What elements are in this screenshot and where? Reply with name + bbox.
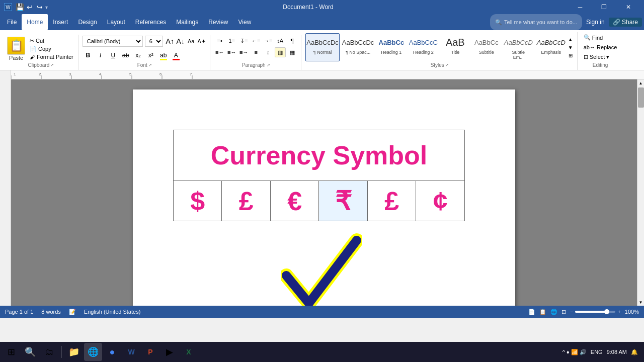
share-button[interactable]: 🔗 Share (609, 18, 642, 27)
paragraph-expand[interactable]: ↗ (267, 63, 270, 67)
align-center-button[interactable]: ≡↔ (226, 47, 237, 57)
vertical-scrollbar[interactable]: ▲ ▼ (637, 79, 644, 306)
increase-indent-button[interactable]: →≡ (263, 36, 274, 46)
replace-button[interactable]: ab↔ Replace (582, 43, 619, 51)
youtube-button[interactable]: ▶ (160, 343, 179, 361)
proofing-icon[interactable]: 📝 (69, 309, 76, 315)
clipboard-group: 📋 Paste ✂ Cut 📄 Copy 🖌 Format Painter (4, 35, 78, 70)
close-button[interactable]: ✕ (617, 0, 640, 14)
document-area[interactable]: Currency Symbol $ £ € ₹ £ ¢ (11, 79, 637, 306)
save-button[interactable]: 💾 (15, 3, 24, 12)
paste-area: 📋 Paste (7, 37, 25, 61)
font-color-button[interactable]: A (171, 50, 182, 61)
redo-button[interactable]: ↪ (35, 3, 44, 12)
paste-button[interactable]: 📋 (7, 37, 25, 55)
bold-button[interactable]: B (83, 50, 94, 61)
style-subtitle[interactable]: AaBbCc Subtitle (471, 33, 502, 61)
style-emphasis[interactable]: AaBbCcD Emphasis (535, 33, 567, 61)
sort-button[interactable]: ↕A (275, 36, 286, 46)
find-button[interactable]: 🔍 Find (582, 33, 619, 42)
bullets-button[interactable]: ≡• (214, 36, 225, 46)
multilevel-button[interactable]: ↧≡ (238, 36, 250, 46)
notes-view-button[interactable]: 📄 (528, 309, 535, 315)
focus-view-button[interactable]: ⊡ (561, 309, 566, 315)
tell-me-search[interactable]: 🔍 Tell me what you want to do... (490, 14, 582, 30)
font-size-select[interactable]: 60 (145, 36, 163, 47)
clear-format-button[interactable]: Aa (186, 36, 196, 46)
highlight-button[interactable]: ab (158, 50, 169, 61)
align-right-button[interactable]: ≡→ (238, 47, 250, 57)
show-para-button[interactable]: ¶ (287, 36, 298, 46)
menu-references[interactable]: References (130, 14, 171, 30)
qat-dropdown[interactable]: ▾ (45, 5, 48, 10)
strikethrough-button[interactable]: ab (120, 50, 131, 61)
web-layout-button[interactable]: 🌐 (550, 309, 557, 315)
menu-file[interactable]: File (2, 14, 22, 30)
menu-review[interactable]: Review (203, 14, 233, 30)
menu-design[interactable]: Design (73, 14, 102, 30)
scroll-down-button[interactable]: ▼ (637, 299, 645, 306)
zoom-level[interactable]: 100% (625, 309, 639, 315)
notification-button[interactable]: 🔔 (631, 349, 638, 355)
scroll-up-button[interactable]: ▲ (637, 79, 645, 86)
borders-button[interactable]: ▦ (287, 47, 298, 57)
word-taskbar-button[interactable]: W (122, 343, 140, 361)
style-heading2[interactable]: AaBbCcC Heading 2 (408, 33, 439, 61)
numbering-button[interactable]: 1≡ (226, 36, 237, 46)
menu-bar: File Home Insert Design Layout Reference… (0, 14, 644, 30)
superscript-button[interactable]: x² (145, 50, 156, 61)
styles-up-arrow[interactable]: ▲ (567, 36, 574, 43)
cut-button[interactable]: ✂ Cut (28, 37, 75, 45)
decrease-font-button[interactable]: A↓ (176, 36, 186, 46)
style-heading1[interactable]: AaBbCc Heading 1 (376, 33, 407, 61)
language-indicator[interactable]: English (United States) (84, 309, 141, 315)
align-left-button[interactable]: ≡← (214, 47, 225, 57)
line-spacing-button[interactable]: ↕ (263, 47, 274, 57)
style-normal[interactable]: AaBbCcDc ¶ Normal (305, 33, 340, 61)
menu-home[interactable]: Home (22, 14, 48, 30)
styles-more-button[interactable]: ⊞ (567, 52, 574, 59)
scroll-thumb[interactable] (638, 87, 644, 108)
font-expand[interactable]: ↗ (148, 63, 152, 67)
edge-button[interactable]: 🌐 (84, 343, 102, 361)
menu-insert[interactable]: Insert (48, 14, 73, 30)
zoom-in-button[interactable]: + (617, 309, 620, 315)
styles-down-arrow[interactable]: ▼ (567, 44, 574, 51)
start-button[interactable]: ⊞ (2, 343, 20, 361)
subscript-button[interactable]: x₂ (133, 50, 144, 61)
font-name-select[interactable]: Calibri (Body) (83, 36, 143, 47)
increase-font-button[interactable]: A↑ (165, 36, 175, 46)
copy-button[interactable]: 📄 Copy (28, 45, 75, 53)
file-explorer-button[interactable]: 📁 (65, 343, 83, 361)
search-button[interactable]: 🔍 (21, 343, 39, 361)
undo-button[interactable]: ↩ (25, 3, 34, 12)
task-view-button[interactable]: 🗂 (40, 343, 58, 361)
underline-button[interactable]: U (108, 50, 119, 61)
format-painter-button[interactable]: 🖌 Format Painter (28, 53, 75, 60)
style-subtle-em[interactable]: AaBbCcD Subtle Em... (503, 33, 534, 61)
sign-in-button[interactable]: Sign in (586, 19, 605, 26)
zoom-out-button[interactable]: − (570, 309, 573, 315)
style-no-spacing[interactable]: AaBbCcDc ¶ No Spac... (341, 33, 375, 61)
shading-button[interactable]: ▥ (275, 47, 286, 57)
menu-view[interactable]: View (233, 14, 257, 30)
decrease-indent-button[interactable]: ←≡ (251, 36, 262, 46)
styles-expand[interactable]: ↗ (445, 63, 449, 67)
zoom-slider[interactable]: − + (570, 309, 621, 315)
zoom-thumb[interactable] (604, 309, 609, 314)
clipboard-expand[interactable]: ↗ (50, 63, 54, 67)
print-layout-button[interactable]: 📋 (539, 309, 546, 315)
justify-button[interactable]: ≡ (251, 47, 262, 57)
svg-rect-0 (11, 70, 644, 79)
excel-button[interactable]: X (180, 343, 198, 361)
menu-layout[interactable]: Layout (102, 14, 130, 30)
style-title[interactable]: AaB Title (440, 33, 470, 61)
powerpoint-button[interactable]: P (141, 343, 159, 361)
italic-button[interactable]: I (95, 50, 106, 61)
text-effects-button[interactable]: A✦ (197, 36, 207, 46)
minimize-button[interactable]: ─ (569, 0, 592, 14)
chrome-button[interactable]: ● (103, 343, 121, 361)
select-button[interactable]: ⊡ Select ▾ (582, 53, 619, 61)
menu-mailings[interactable]: Mailings (171, 14, 203, 30)
restore-button[interactable]: ❐ (593, 0, 616, 14)
